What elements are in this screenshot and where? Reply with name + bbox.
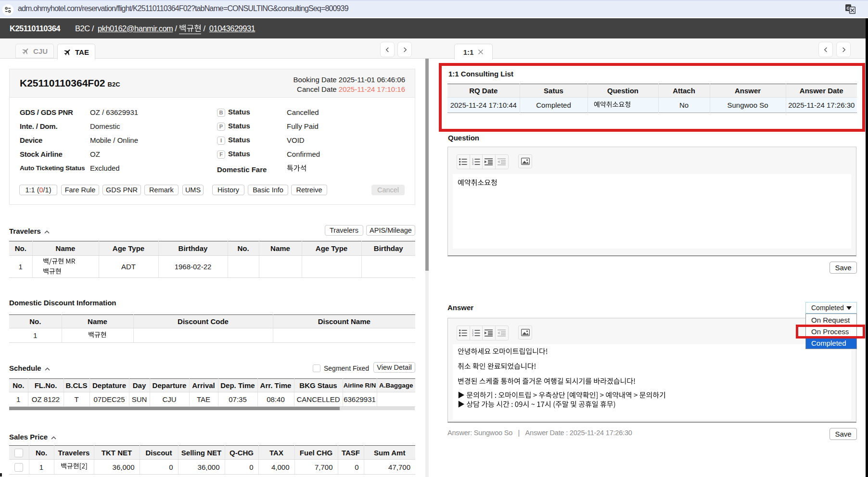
svg-text:2: 2 [472, 161, 473, 163]
svg-text:1: 1 [472, 158, 473, 161]
svg-text:1: 1 [472, 329, 473, 332]
svg-text:3: 3 [472, 334, 473, 337]
svg-text:2: 2 [472, 332, 473, 334]
svg-text:3: 3 [472, 163, 473, 165]
